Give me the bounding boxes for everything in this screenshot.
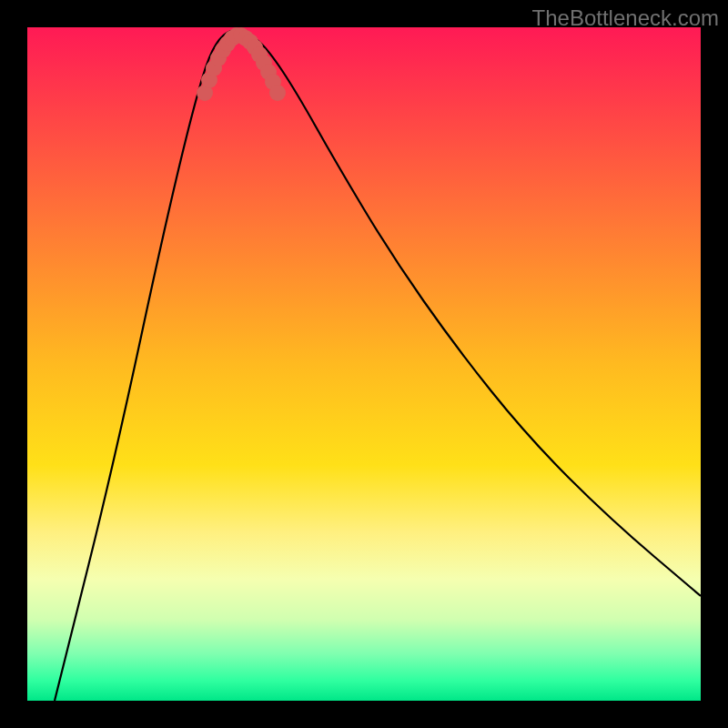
main-curve — [55, 30, 701, 701]
chart-plot-area — [27, 27, 701, 701]
marker-dot — [269, 85, 286, 101]
chart-svg — [27, 27, 701, 701]
marker-dots — [197, 27, 286, 101]
watermark-text: TheBottleneck.com — [532, 5, 719, 31]
